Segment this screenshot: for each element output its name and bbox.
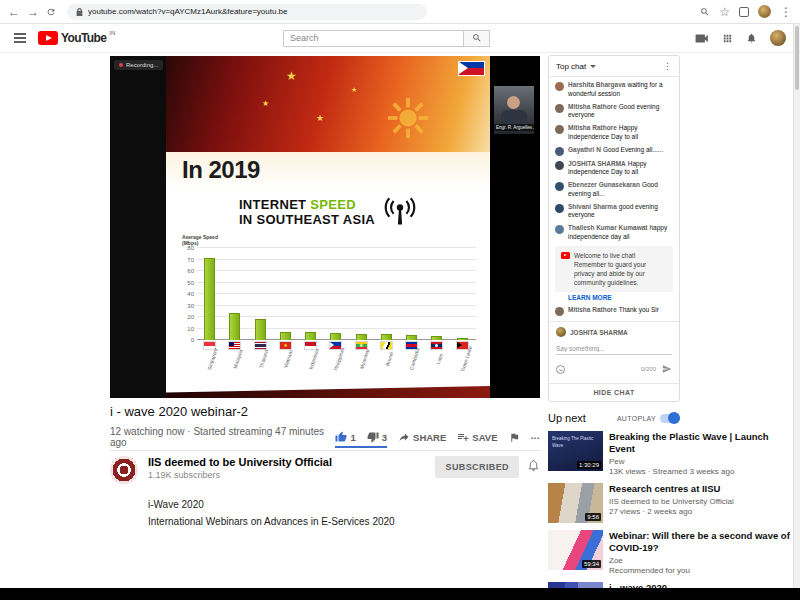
page-scrollbar[interactable] (793, 24, 800, 588)
notifications-bell-icon[interactable] (746, 32, 757, 44)
hide-chat-button[interactable]: HIDE CHAT (549, 383, 679, 401)
autoplay-label: AUTOPLAY (617, 415, 656, 422)
create-video-icon[interactable] (695, 33, 709, 44)
chat-message-text: Thank you Sir (619, 306, 659, 313)
save-button[interactable]: SAVE (457, 431, 497, 443)
chart-bar (431, 336, 442, 340)
reload-icon[interactable] (46, 3, 56, 21)
video-stats: 12 watching now · Started streaming 47 m… (110, 426, 335, 448)
back-icon[interactable]: ← (8, 6, 20, 18)
channel-name[interactable]: IIS deemed to be University Official (148, 456, 332, 468)
bottom-black-bar (0, 588, 800, 600)
suggestion-item[interactable]: 9:56 Research centres at IISU IIS deemed… (548, 483, 796, 523)
dislike-button[interactable]: 3 (367, 431, 387, 443)
chat-author[interactable]: Mitisha Rathore (568, 103, 617, 110)
chat-message-list[interactable]: Harshita Bhargavawaiting for a wonderful… (549, 77, 679, 321)
playlist-add-icon (457, 431, 469, 443)
share-icon (398, 431, 410, 443)
video-title: i - wave 2020 webinar-2 (110, 404, 248, 419)
chat-input[interactable] (556, 341, 672, 355)
chat-mode-selector[interactable]: Top chat (556, 62, 586, 71)
video-thumbnail[interactable]: Breaking The Plastic Wave 1:30:29 (548, 431, 603, 471)
channel-avatar[interactable] (110, 456, 138, 484)
chart-bar (305, 332, 316, 340)
chat-message-text: Good Evening all...... (603, 146, 663, 153)
browser-menu-icon[interactable]: ⋮ (780, 6, 792, 18)
star-icon: ★ (351, 86, 357, 93)
chat-author[interactable]: Ebenezer Gunasekaran (568, 181, 640, 188)
suggestion-item[interactable]: 59:34 Webinar: Will there be a second wa… (548, 530, 796, 575)
presenter-name-tag: Engr. R. Arguelles Jr (494, 124, 534, 131)
youtube-region-label: IN (109, 30, 115, 36)
presenter-face (507, 96, 520, 109)
chat-author[interactable]: JOSHITA SHARMA (568, 160, 626, 167)
avatar[interactable] (555, 104, 564, 113)
description-line: i-Wave 2020 (148, 496, 528, 513)
suggestion-title: Breaking the Plastic Wave | Launch Event (609, 431, 796, 455)
video-thumbnail[interactable]: 59:34 (548, 530, 603, 570)
video-player[interactable]: Recording... ★ ★ ★ ★ In (110, 56, 540, 398)
youtube-logo-text: YouTube (61, 31, 106, 45)
chart-y-axis: 01020304050607080 (182, 248, 197, 340)
scrollbar-thumb[interactable] (795, 26, 799, 90)
avatar[interactable] (555, 307, 564, 316)
url-text: youtube.com/watch?v=qAYCMz1Aurk&feature=… (88, 7, 288, 16)
search-icon[interactable] (700, 3, 710, 21)
share-button[interactable]: SHARE (398, 431, 446, 443)
chat-input-area: JOSHITA SHARMA 0/200 (549, 321, 679, 383)
chart-bar (255, 319, 266, 340)
chevron-down-icon[interactable] (590, 65, 596, 68)
suggestion-item[interactable]: Breaking The Plastic Wave 1:30:29 Breaki… (548, 431, 796, 476)
lock-icon (76, 8, 83, 16)
avatar[interactable] (555, 204, 564, 213)
chat-message: Mitisha RathoreGood evening everyone (555, 103, 673, 121)
autoplay-toggle[interactable] (660, 414, 680, 423)
y-tick-label: 30 (187, 303, 194, 309)
emoji-icon[interactable] (556, 365, 565, 374)
video-thumbnail[interactable]: 9:56 (548, 483, 603, 523)
hamburger-menu-icon[interactable] (14, 33, 26, 43)
suggestion-meta: 13K views · Streamed 3 weeks ago (609, 467, 796, 476)
chat-welcome-notice: Welcome to live chat! Remember to guard … (555, 246, 673, 292)
chat-author[interactable]: Thailesh Kumar Kumawat (568, 224, 647, 231)
chart-column: Singapore (197, 248, 222, 388)
avatar[interactable] (555, 182, 564, 191)
chat-author[interactable]: Harshita Bhargava (568, 81, 625, 88)
learn-more-link[interactable]: LEARN MORE (568, 294, 673, 301)
youtube-logo[interactable]: YouTube IN (38, 31, 115, 45)
forward-icon[interactable]: → (27, 6, 39, 18)
search-input[interactable] (283, 30, 463, 47)
slide-year: In 2019 (182, 156, 260, 184)
avatar[interactable] (555, 147, 564, 156)
bar-chart: Average Speed (Mbps) 01020304050607080 S… (166, 230, 490, 388)
avatar[interactable] (555, 161, 564, 170)
more-actions-icon[interactable]: ⋯ (531, 432, 541, 443)
chat-menu-icon[interactable]: ⋮ (663, 61, 672, 71)
suggestion-list: Breaking The Plastic Wave 1:30:29 Breaki… (548, 431, 796, 600)
chart-bar (330, 333, 341, 340)
channel-bell-icon[interactable] (527, 458, 540, 476)
send-icon[interactable] (662, 360, 672, 378)
avatar[interactable] (555, 225, 564, 234)
duration-badge: 59:34 (582, 560, 601, 568)
extension-icon[interactable] (739, 7, 749, 17)
subscribed-button[interactable]: SUBSCRIBED (435, 456, 519, 478)
avatar[interactable] (555, 125, 564, 134)
bookmark-star-icon[interactable]: ☆ (719, 6, 730, 18)
avatar[interactable] (555, 82, 564, 91)
report-flag-icon[interactable] (509, 432, 520, 443)
y-tick-label: 40 (187, 291, 194, 297)
account-avatar[interactable] (770, 30, 786, 46)
avatar[interactable] (556, 327, 566, 337)
address-bar[interactable]: youtube.com/watch?v=qAYCMz1Aurk&feature=… (67, 4, 427, 20)
apps-grid-icon[interactable] (722, 33, 733, 44)
bar-label: Timor-Leste (459, 345, 490, 379)
chat-author[interactable]: Mitisha Rathore (568, 124, 617, 131)
like-button[interactable]: 1 (335, 431, 355, 443)
chat-author[interactable]: Gayathri N (568, 146, 601, 153)
search-button[interactable] (463, 30, 490, 47)
chat-author[interactable]: Shivani Sharma (568, 203, 617, 210)
browser-avatar[interactable] (758, 5, 771, 18)
chat-author[interactable]: Mitisha Rathore (568, 306, 617, 313)
chart-bar (356, 334, 367, 340)
